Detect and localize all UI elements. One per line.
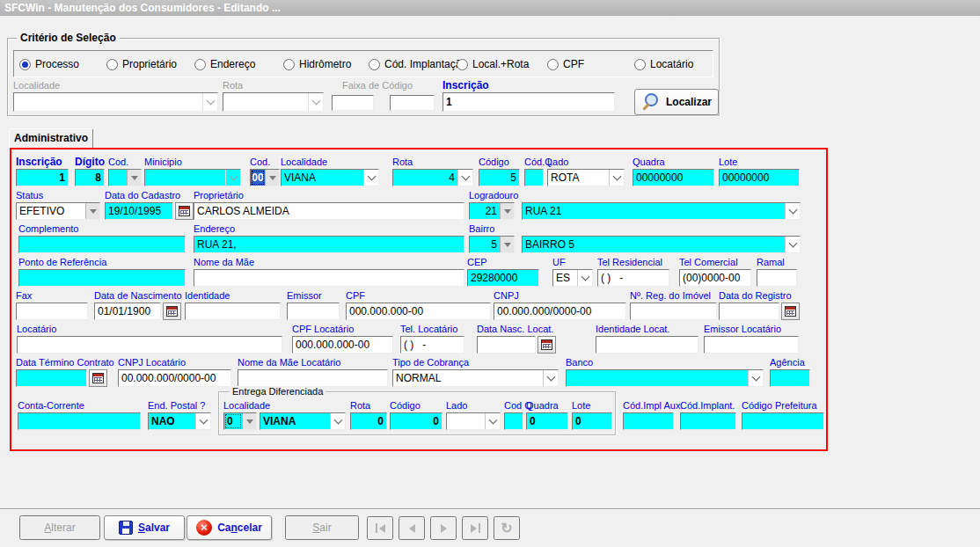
data-nascimento-calendar-button[interactable] [163, 303, 181, 320]
ed-localidade-codigo-combo[interactable]: 0 [223, 412, 257, 430]
radio-endereco[interactable]: Endereço [194, 58, 255, 70]
title-bar[interactable]: SFCWin - Manutenção dos Consumidores - E… [0, 0, 980, 16]
radio-cod-implantacao[interactable]: Cód. Implantação [369, 58, 467, 70]
salvar-button[interactable]: Salvar [104, 515, 185, 540]
end-postal-combo[interactable]: NAO [148, 412, 211, 430]
chevron-down-icon[interactable] [363, 170, 378, 186]
identidade-input[interactable] [185, 303, 281, 320]
data-registro-input[interactable] [719, 303, 779, 320]
chevron-down-icon[interactable] [308, 93, 323, 111]
chevron-down-icon[interactable] [202, 93, 217, 111]
radio-local-rota[interactable]: Local.+Rota [457, 58, 529, 70]
tel-residencial-input[interactable]: ( ) - [597, 269, 669, 287]
digito-input[interactable]: 8 [75, 169, 105, 186]
lote-input[interactable]: 00000000 [719, 169, 800, 186]
lado-combo[interactable]: ROTA [547, 169, 625, 186]
cep-input[interactable]: 29280000 [467, 269, 539, 287]
data-nascimento-input[interactable]: 01/01/1900 [94, 303, 161, 320]
localizar-button[interactable]: Localizar [634, 89, 719, 115]
dropdown-arrow-icon[interactable] [500, 237, 514, 252]
nav-refresh-button[interactable]: ↻ [494, 516, 520, 540]
inscricao-input[interactable]: 1 [16, 169, 69, 186]
bairro-combo[interactable]: BAIRRO 5 [522, 236, 801, 253]
data-nasc-locatario-input[interactable] [477, 336, 536, 354]
cnpj-locatario-input[interactable]: 00.000.000/0000-00 [118, 369, 231, 387]
ramal-input[interactable] [757, 269, 797, 287]
chevron-down-icon[interactable] [543, 370, 558, 386]
rota-combo[interactable]: 4 [392, 169, 473, 186]
dropdown-arrow-icon[interactable] [500, 203, 514, 219]
proprietario-input[interactable]: CARLOS ALMEIDA [194, 202, 464, 220]
dropdown-arrow-icon[interactable] [242, 413, 256, 429]
chevron-down-icon[interactable] [785, 203, 800, 219]
cod-impl-aux-input[interactable] [623, 412, 674, 430]
tab-administrativo[interactable]: Administrativo [9, 128, 93, 149]
nav-previous-button[interactable] [399, 516, 425, 540]
cod-q-input[interactable] [524, 169, 544, 186]
nav-next-button[interactable] [430, 516, 457, 540]
criteria-faixa-to-input[interactable] [390, 95, 435, 111]
sair-button[interactable]: Sair [285, 515, 359, 540]
ed-rota-input[interactable]: 0 [350, 412, 387, 430]
radio-processo[interactable]: Processo [19, 58, 79, 70]
data-cadastro-input[interactable]: 19/10/1995 [105, 202, 173, 220]
ed-lote-input[interactable]: 0 [572, 412, 612, 430]
cancelar-button[interactable]: Cancelar [186, 515, 272, 540]
codigo-prefeitura-input[interactable] [742, 412, 824, 430]
radio-proprietario[interactable]: Proprietário [106, 58, 177, 70]
emissor-input[interactable] [287, 303, 340, 320]
locatario-input[interactable] [17, 336, 282, 354]
ponto-referencia-input[interactable] [18, 269, 186, 287]
cod-localidade-combo[interactable]: 00 [250, 169, 280, 186]
data-nasc-locatario-calendar-button[interactable] [538, 336, 556, 354]
criteria-inscricao-input[interactable]: 1 [442, 92, 615, 112]
agencia-input[interactable] [770, 369, 810, 387]
cod-implant-input[interactable] [680, 412, 736, 430]
criteria-rota-combo[interactable] [223, 92, 324, 112]
data-termino-contrato-input[interactable] [16, 369, 87, 387]
emissor-locatario-input[interactable] [704, 336, 799, 354]
uf-combo[interactable]: ES [552, 269, 593, 287]
codigo-input[interactable]: 5 [479, 169, 520, 186]
radio-locatario[interactable]: Locatário [634, 58, 693, 70]
chevron-down-icon[interactable] [457, 170, 472, 186]
complemento-input[interactable] [18, 236, 186, 253]
ed-localidade-combo[interactable]: VIANA [260, 412, 346, 430]
radio-cpf[interactable]: CPF [547, 58, 584, 70]
chevron-down-icon[interactable] [485, 413, 500, 429]
chevron-down-icon[interactable] [577, 270, 592, 286]
municipio-combo[interactable] [144, 169, 241, 186]
alterar-button[interactable]: Alterar [19, 515, 100, 540]
dropdown-arrow-icon[interactable] [127, 170, 141, 186]
cnpj-input[interactable]: 00.000.000/0000-00 [494, 303, 626, 320]
cod-municipio-combo[interactable] [108, 169, 142, 186]
criteria-localidade-combo[interactable] [13, 92, 218, 112]
quadra-input[interactable]: 00000000 [633, 169, 714, 186]
localidade-combo[interactable]: VIANA [281, 169, 379, 186]
criteria-faixa-from-input[interactable] [332, 95, 374, 111]
nav-first-button[interactable] [367, 516, 393, 540]
conta-corrente-input[interactable] [18, 412, 141, 430]
bairro-codigo-combo[interactable]: 5 [469, 236, 515, 253]
data-cadastro-calendar-button[interactable] [175, 202, 194, 220]
dropdown-arrow-icon[interactable] [85, 203, 99, 219]
status-combo[interactable]: EFETIVO [16, 202, 100, 220]
banco-combo[interactable] [566, 369, 764, 387]
ed-lado-combo[interactable] [446, 412, 501, 430]
fax-input[interactable] [16, 303, 88, 320]
nome-mae-locatario-input[interactable] [238, 369, 388, 387]
radio-hidrometro[interactable]: Hidrômetro [283, 58, 351, 70]
cpf-input[interactable]: 000.000.000-00 [346, 303, 491, 320]
reg-imovel-input[interactable] [630, 303, 717, 320]
chevron-down-icon[interactable] [330, 413, 345, 429]
dropdown-arrow-icon[interactable] [265, 170, 279, 186]
tel-locatario-input[interactable]: ( ) - [400, 336, 464, 354]
logradouro-codigo-combo[interactable]: 21 [469, 202, 515, 220]
ed-cod-q-input[interactable] [504, 412, 523, 430]
chevron-down-icon[interactable] [609, 170, 624, 186]
endereco-input[interactable]: RUA 21, [194, 236, 464, 253]
data-registro-calendar-button[interactable] [781, 303, 800, 320]
chevron-down-icon[interactable] [195, 413, 210, 429]
tel-comercial-input[interactable]: (00)0000-00 [679, 269, 751, 287]
nav-last-button[interactable] [462, 516, 488, 540]
